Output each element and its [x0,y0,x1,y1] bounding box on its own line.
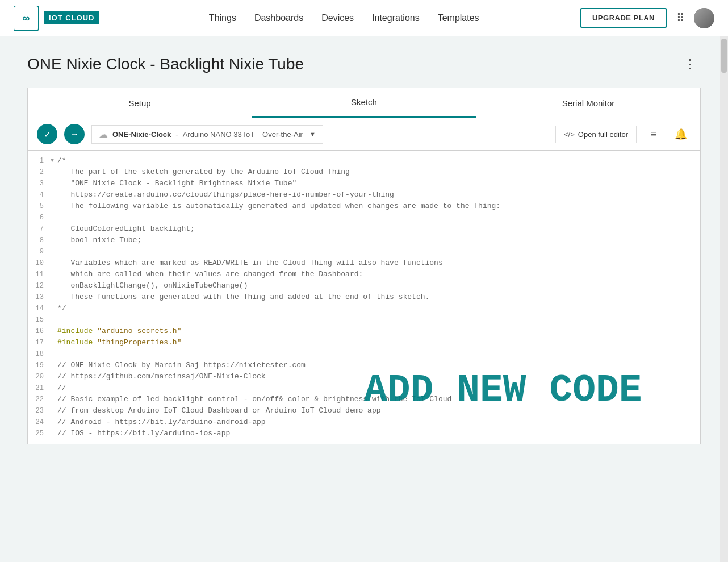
line-number: 25 [28,428,51,439]
code-line: 24// Android - https://bit.ly/arduino-an… [28,417,700,428]
code-line: 1▼/* [28,155,700,166]
scrollbar-thumb[interactable] [721,39,727,73]
tab-setup[interactable]: Setup [28,88,252,118]
line-content: // ONE Nixie Clock by Marcin Saj https:/… [57,360,306,371]
notification-bell-button[interactable]: 🔔 [671,124,691,144]
line-content: #include "arduino_secrets.h" [57,326,181,337]
page-title: ONE Nixie Clock - Backlight Nixie Tube [27,55,304,73]
line-content: The part of the sketch generated by the … [57,166,350,178]
grid-icon[interactable]: ⠿ [676,11,685,25]
main-content: ONE Nixie Clock - Backlight Nixie Tube ⋮… [0,36,728,562]
upgrade-plan-button[interactable]: UPGRADE PLAN [580,8,667,28]
code-line: 3 "ONE Nixie Clock - Backlight Brightnes… [28,178,700,189]
line-content: "ONE Nixie Clock - Backlight Brightness … [57,178,296,189]
bell-icon: 🔔 [675,128,687,140]
nav-dashboards[interactable]: Dashboards [254,13,303,23]
line-number: 14 [28,303,51,314]
code-line: 17#include "thingProperties.h" [28,337,700,348]
nav-templates[interactable]: Templates [438,13,479,23]
code-line: 23// from desktop Arduino IoT Cloud Dash… [28,405,700,417]
code-line: 21// [28,382,700,394]
code-line: 13 These functions are generated with th… [28,292,700,303]
tab-sketch[interactable]: Sketch [252,88,476,118]
code-line: 22// Basic example of led backlight cont… [28,394,700,405]
line-content: // [57,382,66,394]
verify-button[interactable]: ✓ [37,124,57,144]
code-line: 19// ONE Nixie Clock by Marcin Saj https… [28,360,700,371]
nav-integrations[interactable]: Integrations [372,13,420,23]
tab-serial-monitor[interactable]: Serial Monitor [476,88,700,118]
device-board: Arduino NANO 33 IoT [183,130,254,139]
line-content: // https://github.com/marcinsaj/ONE-Nixi… [57,371,266,382]
open-full-editor-button[interactable]: </> Open full editor [555,126,637,143]
code-line: 10 Variables which are marked as READ/WR… [28,257,700,269]
list-icon: ≡ [651,128,657,140]
more-options-button[interactable]: ⋮ [679,55,701,74]
line-number: 5 [28,201,51,212]
arduino-logo-icon: ∞ [14,6,39,31]
line-content: // from desktop Arduino IoT Cloud Dashbo… [57,405,381,417]
svg-text:∞: ∞ [23,13,30,24]
logo-area: ∞ IOT CLOUD [14,6,99,31]
code-line: 4 https://create.arduino.cc/cloud/things… [28,189,700,201]
code-line: 18 [28,348,700,360]
device-name: ONE-Nixie-Clock [112,130,171,139]
line-fold-marker: ▼ [51,155,57,166]
line-content: // IOS - https://bit.ly/arduino-ios-app [57,428,230,439]
code-line: 20// https://github.com/marcinsaj/ONE-Ni… [28,371,700,382]
line-number: 18 [28,348,51,360]
line-number: 3 [28,178,51,189]
line-content: // Basic example of led backlight contro… [57,394,451,405]
line-number: 22 [28,394,51,405]
cloud-icon: ☁ [99,129,108,140]
device-selector[interactable]: ☁ ONE-Nixie-Clock - Arduino NANO 33 IoT … [91,125,323,144]
line-number: 17 [28,337,51,348]
line-content: onBacklightChange(), onNixieTubeChange() [57,280,248,292]
arrow-right-icon: → [70,129,79,139]
code-line: 5 The following variable is automaticall… [28,201,700,212]
open-editor-label: Open full editor [578,130,628,139]
line-number: 24 [28,417,51,428]
code-line: 15 [28,314,700,326]
code-line: 7 CloudColoredLight backlight; [28,223,700,235]
line-content: /* [57,155,66,166]
nav-things[interactable]: Things [209,13,236,23]
code-line: 12 onBacklightChange(), onNixieTubeChang… [28,280,700,292]
nav-right: UPGRADE PLAN ⠿ [580,8,714,28]
tabs-bar: Setup Sketch Serial Monitor [27,88,701,118]
dropdown-arrow-icon: ▼ [309,131,316,138]
code-line: 11 which are called when their values ar… [28,269,700,280]
upload-button[interactable]: → [64,124,85,144]
line-number: 11 [28,269,51,280]
logo-text: IOT CLOUD [44,11,99,24]
check-icon: ✓ [44,129,51,140]
line-number: 2 [28,166,51,178]
navbar: ∞ IOT CLOUD Things Dashboards Devices In… [0,0,728,36]
line-number: 1 [28,155,51,166]
line-number: 8 [28,235,51,246]
avatar[interactable] [694,8,714,28]
line-number: 13 [28,292,51,303]
line-content: bool nixie_Tube; [57,235,141,246]
line-number: 19 [28,360,51,371]
line-content: which are called when their values are c… [57,269,363,280]
line-content: CloudColoredLight backlight; [57,223,195,235]
line-content: // Android - https://bit.ly/arduino-andr… [57,417,266,428]
line-number: 4 [28,189,51,201]
device-ota: Over-the-Air [262,130,303,139]
scrollbar-track[interactable] [720,36,728,562]
code-line: 6 [28,212,700,223]
sketch-toolbar: ✓ → ☁ ONE-Nixie-Clock - Arduino NANO 33 … [27,118,701,151]
nav-links: Things Dashboards Devices Integrations T… [127,13,562,23]
code-editor[interactable]: 1▼/*2 The part of the sketch generated b… [27,151,701,444]
line-number: 20 [28,371,51,382]
line-number: 6 [28,212,51,223]
line-number: 21 [28,382,51,394]
code-line: 9 [28,246,700,257]
line-content: */ [57,303,66,314]
line-number: 15 [28,314,51,326]
nav-devices[interactable]: Devices [321,13,354,23]
code-line: 8 bool nixie_Tube; [28,235,700,246]
list-icon-button[interactable]: ≡ [643,124,664,144]
line-number: 23 [28,405,51,417]
